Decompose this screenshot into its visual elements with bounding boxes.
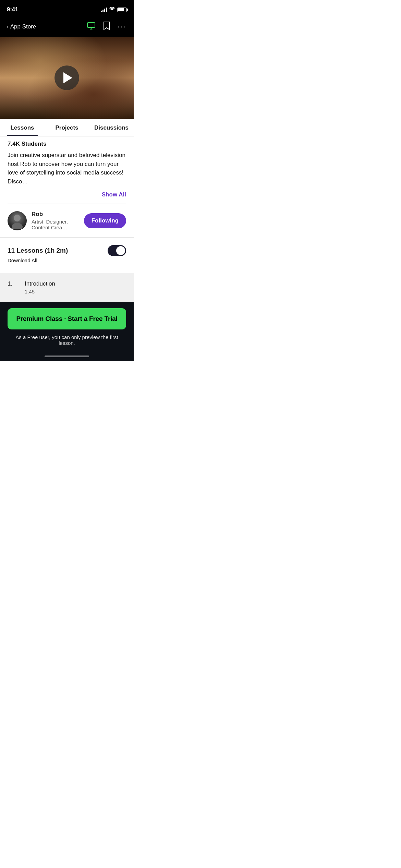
instructor-row: Rob Artist, Designer, Content Crea… Foll… [0,204,134,237]
students-count: 7.4K Students [0,136,134,147]
lessons-section: 11 Lessons (1h 2m) Download All [0,238,134,268]
svg-rect-0 [87,23,95,27]
airplay-icon[interactable] [87,22,96,31]
tab-discussions[interactable]: Discussions [89,119,134,136]
status-bar: 9:41 [0,0,134,17]
cta-button[interactable]: Premium Class · Start a Free Trial [8,308,126,329]
tab-projects[interactable]: Projects [45,119,89,136]
back-arrow-icon: ‹ [7,23,9,30]
more-icon[interactable]: ··· [118,22,127,31]
download-label: Download All [8,257,126,263]
svg-marker-1 [89,28,93,29]
lesson-duration: 1:45 [25,289,126,294]
battery-icon [117,8,127,12]
cta-subtitle: As a Free user, you can only preview the… [8,334,126,346]
show-all-button[interactable]: Show All [0,191,134,204]
bottom-cta: Premium Class · Start a Free Trial As a … [0,302,134,353]
instructor-info: Rob Artist, Designer, Content Crea… [32,211,79,230]
svg-point-2 [14,215,21,221]
instructor-avatar [8,211,27,230]
svg-point-3 [12,223,23,229]
nav-bar: ‹ App Store ··· [0,17,134,37]
lessons-title: 11 Lessons (1h 2m) [8,247,68,254]
play-button[interactable] [54,65,79,90]
lesson-title: Introduction [25,280,126,287]
tab-lessons[interactable]: Lessons [0,119,45,136]
status-time: 9:41 [7,6,18,13]
tab-bar: Lessons Projects Discussions [0,119,134,136]
status-icons [101,7,127,13]
lessons-header: 11 Lessons (1h 2m) [8,245,126,256]
home-bar [45,355,89,357]
content-area: 7.4K Students Join creative superstar an… [0,136,134,302]
back-label: App Store [10,23,36,30]
instructor-role: Artist, Designer, Content Crea… [32,219,79,230]
course-description: Join creative superstar and beloved tele… [0,147,134,191]
video-player[interactable] [0,37,134,119]
nav-actions: ··· [87,21,127,32]
lesson-info: Introduction 1:45 [25,280,126,294]
wifi-icon [109,7,115,13]
back-button[interactable]: ‹ App Store [7,23,36,30]
download-toggle[interactable] [108,245,126,256]
home-indicator [0,353,134,361]
instructor-name: Rob [32,211,79,218]
signal-icon [101,7,107,12]
following-button[interactable]: Following [84,213,126,228]
toggle-knob [116,246,125,255]
bookmark-icon[interactable] [103,21,110,32]
play-icon [63,72,72,83]
lesson-list: 1. Introduction 1:45 [0,273,134,302]
avatar-image [8,211,27,230]
lesson-item[interactable]: 1. Introduction 1:45 [0,273,134,302]
lesson-number: 1. [8,280,18,287]
